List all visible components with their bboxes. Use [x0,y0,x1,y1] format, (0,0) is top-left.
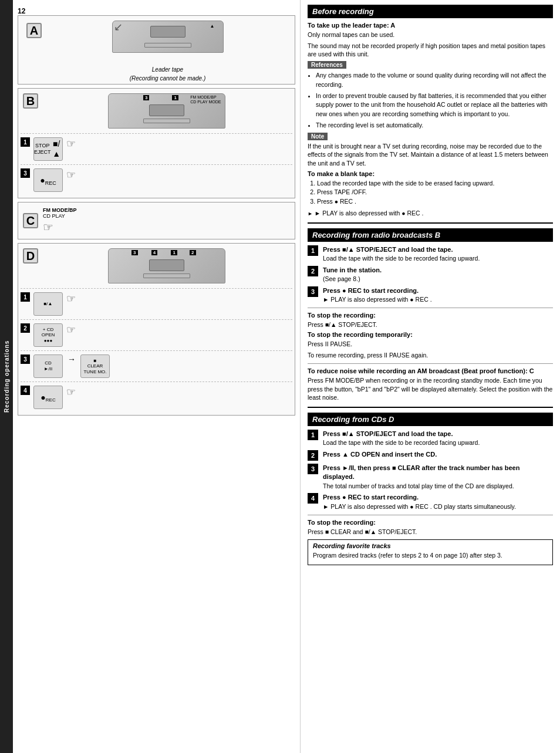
radio-recording-section: Recording from radio broadcasts B 1 Pres… [308,228,553,402]
cd-step-3-content: Press ►/II, then press ■ CLEAR after the… [323,464,553,490]
blank-tape-note: ► ► PLAY is also depressed with ● REC . [308,209,553,218]
section-c-label: C [23,213,38,228]
cd-step-2-num: 2 [308,450,318,461]
stop-temp-heading: To stop the recording temporarily: [308,331,553,338]
blank-step-3: Press ● REC . [317,197,553,207]
cd-step-3: 3 Press ►/II, then press ■ CLEAR after t… [308,464,553,490]
radio-step-1-num: 1 [308,245,318,256]
section-d-label: D [23,248,38,264]
sidebar-label: Recording operations [0,0,13,753]
reduce-noise-heading: To reduce noise while recording an AM br… [308,367,553,374]
references-list: Any changes made to the volume or sound … [308,71,553,130]
blank-step-1: Load the recorded tape with the side to … [317,179,553,188]
page-number: 12 [18,7,295,15]
cd-step-4-num: 4 [308,493,318,504]
before-recording-section: Before recording To take up the leader t… [308,5,553,218]
cd-divider [308,515,553,515]
section-a: A ▲ ↙ Leader tape (Recording cannot be m… [18,15,295,85]
radio-divider-2 [308,363,553,364]
right-panel: Before recording To take up the leader t… [301,0,560,753]
section-d: D 3 4 1 2 1 ■/▲ ☞ 2 + CDOPEN●●● ☞ [18,243,295,416]
blank-step-2: Press TAPE /OFF. [317,188,553,197]
blank-tape-heading: To make a blank tape: [308,170,553,177]
cd-step-2-content: Press ▲ CD OPEN and insert the CD. [323,450,553,459]
note-text: If the unit is brought near a TV set dur… [308,142,553,168]
references-badge: References [308,61,346,69]
ref-item-2: In order to prevent trouble caused by fl… [316,92,553,119]
note-badge: Note [308,133,328,140]
d-substep-2: 2 + CDOPEN●●● ☞ [21,319,292,350]
stop-temp-text: Press II PAUSE. [308,340,553,349]
leader-tape-line2: The sound may not be recorded properly i… [308,42,553,59]
section-divider-1 [308,222,553,224]
cd-step-4: 4 Press ● REC to start recording. ► PLAY… [308,493,553,511]
ref-item-1: Any changes made to the volume or sound … [316,71,553,90]
cd-stop-heading: To stop the recording: [308,519,553,526]
radio-step-3-num: 3 [308,286,318,297]
ref-item-3: The recording level is set automatically… [316,121,553,130]
cd-step-3-num: 3 [308,464,318,474]
radio-recording-title: Recording from radio broadcasts B [308,228,553,242]
stop-text: Press ■/▲ STOP/EJECT. [308,320,553,329]
d-substep-1: 1 ■/▲ ☞ [21,288,292,319]
cd-step-1: 1 Press ■/▲ STOP/EJECT and load the tape… [308,430,553,447]
d-substep-3: 3 CD►/II → ■CLEARTUNE MO. [21,350,292,381]
radio-step-2-num: 2 [308,266,318,276]
stop-heading: To stop the recording: [308,312,553,319]
radio-step-1-content: Press ■/▲ STOP/EJECT and load the tape. … [323,245,553,263]
before-recording-title: Before recording [308,5,553,18]
caption-line1: Leader tape [152,66,183,73]
leader-tape-heading: To take up the leader tape: A [308,22,553,29]
favorite-tracks-text: Program desired tracks (refer to steps 2… [313,551,548,560]
radio-step-3-content: Press ● REC to start recording. ► PLAY i… [323,286,553,304]
favorite-tracks-title: Recording favorite tracks [313,542,548,549]
section-c: C FM MODE/BP CD PLAY ☞ [18,202,295,239]
d-substep-4: 4 ●REC ☞ [21,381,292,413]
cd-step-2: 2 Press ▲ CD OPEN and insert the CD. [308,450,553,461]
cd-recording-title: Recording from CDs D [308,413,553,426]
radio-divider-1 [308,308,553,308]
reduce-noise-text: Press FM MODE/BP when recording or in th… [308,376,553,402]
section-divider-2 [308,407,553,408]
cd-stop-text: Press ■ CLEAR and ■/▲ STOP/EJECT. [308,528,553,536]
b-substep-3: 3 ●REC ☞ [21,164,292,195]
radio-step-1: 1 Press ■/▲ STOP/EJECT and load the tape… [308,245,553,263]
section-b-label: B [23,93,38,109]
cd-step-1-num: 1 [308,430,318,440]
radio-step-2-content: Tune in the station. (See page 8.) [323,266,553,283]
leader-tape-line1: Only normal tapes can be used. [308,31,553,39]
b-substep-1: 1 STOPEJECT■/▲ ☞ [21,133,292,164]
cd-step-1-content: Press ■/▲ STOP/EJECT and load the tape. … [323,430,553,447]
cd-recording-section: Recording from CDs D 1 Press ■/▲ STOP/EJ… [308,413,553,536]
favorite-tracks-section: Recording favorite tracks Program desire… [308,539,553,565]
radio-step-3: 3 Press ● REC to start recording. ► PLAY… [308,286,553,304]
resume-text: To resume recording, press II PAUSE agai… [308,351,553,360]
left-panel: 12 A ▲ ↙ Leader tape (Recording cannot b… [13,0,301,753]
cd-step-4-content: Press ● REC to start recording. ► PLAY i… [323,493,553,511]
section-b: B 3 1 FM MODE/BPCD PLAY MODE 1 STOPEJECT… [18,88,295,198]
blank-tape-steps: Load the recorded tape with the side to … [308,179,553,207]
caption-line2: (Recording cannot be made.) [130,75,206,82]
section-a-label: A [26,23,42,38]
radio-step-2: 2 Tune in the station. (See page 8.) [308,266,553,283]
